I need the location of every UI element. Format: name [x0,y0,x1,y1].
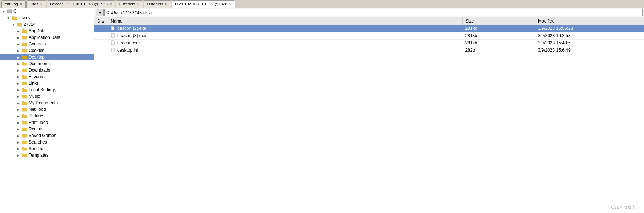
tree-label: Searches [29,140,47,145]
tree-label: C: [13,9,18,14]
tree-label: Contacts [29,41,46,47]
tree-item-desktop[interactable]: ▶Desktop [0,54,94,60]
tab-close-1[interactable]: ✕ [40,2,43,6]
tree-item-recent[interactable]: ▶Recent [0,126,94,132]
tree-item-templates[interactable]: ▶Templates [0,152,94,158]
tree-item-nethood[interactable]: ▶NetHood [0,106,94,113]
folder-icon [22,100,28,106]
tree-item-printhood[interactable]: ▶PrintHood [0,119,94,126]
col-header-size[interactable]: Size [463,17,535,25]
folder-icon [22,113,28,119]
tree-label: Recent [29,126,42,132]
table-row[interactable]: beacon (3).exe281kb3/9/2023 16:2:53 [94,32,644,39]
tree-label: 27824 [24,22,36,27]
folder-icon [22,61,28,67]
nav-back-button[interactable]: ◄ [96,9,104,16]
tree-label: Users [19,15,30,20]
col-header-d[interactable]: D▲ [94,17,108,25]
tree-label: Desktop [29,55,45,60]
tree-panel: ▼C:▼Users▼27824▶AppData▶Application Data… [0,8,94,213]
tree-label: Links [29,81,39,86]
tab-close-5[interactable]: ✕ [229,2,232,6]
folder-icon [22,67,28,73]
file-icon [111,48,116,53]
folder-icon [22,87,28,93]
folder-icon [12,15,17,21]
folder-icon [22,41,28,47]
folder-icon [22,48,28,53]
folder-icon [22,133,28,138]
folder-icon [22,80,28,86]
table-row[interactable]: beacon.exe281kb3/9/2023 15:48:6 [94,39,644,47]
folder-icon [22,120,28,125]
svg-point-1 [11,12,11,13]
file-icon [111,33,116,38]
tab-2[interactable]: Beacon 192.168.101.133@1928✕ [47,0,115,8]
tree-label: Local Settings [29,87,56,92]
tree-item-my-documents[interactable]: ▶My Documents [0,100,94,106]
tree-item-saved-games[interactable]: ▶Saved Games [0,132,94,139]
address-bar: ◄ [94,8,644,17]
tree-label: Cookies [29,48,44,53]
tree-label: PrintHood [29,120,48,125]
col-header-name[interactable]: Name [108,17,462,25]
table-row[interactable]: beacon (2).exe281kb3/9/2023 15:55:23 [94,25,644,32]
col-header-modified[interactable]: Modified [535,17,644,25]
drive-icon [7,8,12,14]
folder-icon [22,146,28,152]
tree-item-c:[interactable]: ▼C: [0,8,94,15]
watermark: CSDN @反壳心 [611,205,640,210]
file-table-header: D▲NameSizeModified [94,17,644,25]
table-row[interactable]: desktop.ini282b3/9/2023 15:6:49 [94,47,644,54]
file-icon [111,26,116,31]
tree-item-searches[interactable]: ▶Searches [0,139,94,145]
tree-item-appdata[interactable]: ▶AppData [0,28,94,34]
tree-label: NetHood [29,107,46,112]
file-icon [111,40,116,45]
folder-icon [22,74,28,80]
folder-icon [22,35,28,40]
tree-label: Music [29,94,40,99]
tree-item-favorites[interactable]: ▶Favorites [0,73,94,80]
tab-bar[interactable]: ent Log✕Sites✕Beacon 192.168.101.133@192… [0,0,644,8]
tree-item-application-data[interactable]: ▶Application Data [0,34,94,41]
tab-0[interactable]: ent Log✕ [1,0,26,8]
tree-label: Pictures [29,113,44,118]
tab-5[interactable]: Files 192.168.101.133@1928✕ [172,0,235,8]
file-table: D▲NameSizeModified beacon (2).exe281kb3/… [94,17,644,213]
folder-icon [22,126,28,132]
tree-item-users[interactable]: ▼Users [0,15,94,21]
tree-item-local-settings[interactable]: ▶Local Settings [0,87,94,93]
tree-label: Favorites [29,74,46,79]
tree-item-sendto[interactable]: ▶SendTo [0,145,94,152]
file-table-body: beacon (2).exe281kb3/9/2023 15:55:23beac… [94,25,644,54]
folder-icon [17,21,22,27]
tree-label: Application Data [29,35,60,40]
folder-icon [22,106,28,112]
tree-item-27824[interactable]: ▼27824 [0,21,94,28]
tree-item-music[interactable]: ▶Music [0,93,94,100]
tab-close-3[interactable]: ✕ [137,2,140,6]
tree-label: AppData [29,28,46,33]
tree-item-documents[interactable]: ▶Documents [0,60,94,67]
tree-label: My Documents [29,100,58,105]
tab-close-2[interactable]: ✕ [109,2,112,6]
tree-label: SendTo [29,146,44,151]
tree-item-links[interactable]: ▶Links [0,80,94,87]
tab-close-0[interactable]: ✕ [20,2,22,6]
tab-4[interactable]: Listeners✕ [144,0,171,8]
file-panel: ◄ D▲NameSizeModified beacon (2).exe281kb… [94,8,644,213]
tree-item-cookies[interactable]: ▶Cookies [0,47,94,54]
tree-label: Saved Games [29,133,56,138]
tab-close-4[interactable]: ✕ [165,2,168,6]
tab-3[interactable]: Listeners✕ [116,0,143,8]
tree-item-downloads[interactable]: ▶Downloads [0,67,94,73]
tree-item-pictures[interactable]: ▶Pictures [0,113,94,119]
tree-label: Templates [29,153,49,158]
tab-1[interactable]: Sites✕ [26,0,46,8]
tree-item-contacts[interactable]: ▶Contacts [0,41,94,47]
tree-label: Downloads [29,68,50,73]
folder-icon [22,139,28,145]
address-input[interactable] [104,9,643,16]
tree-label: Documents [29,61,51,66]
